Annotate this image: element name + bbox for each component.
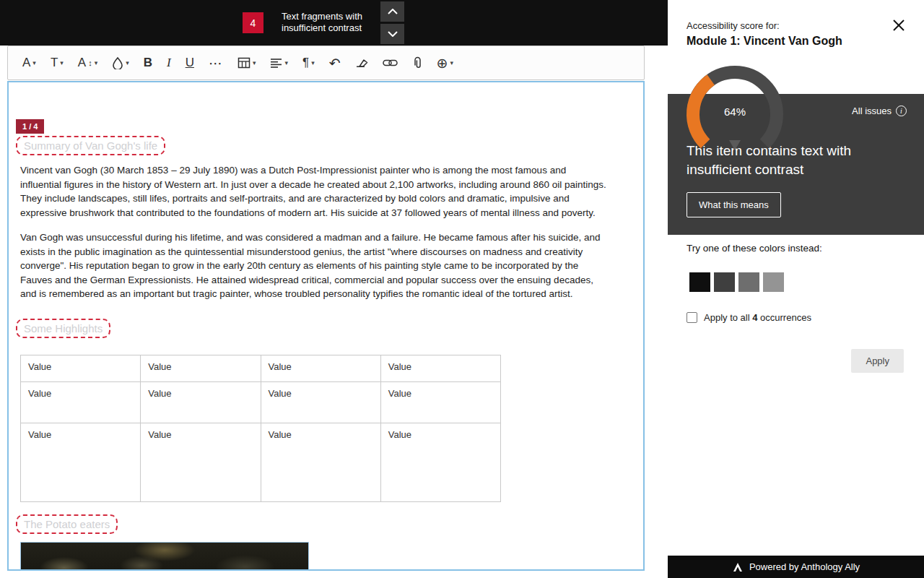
ally-accessibility-screen: 4 Text fragments with insufficient contr… (0, 0, 924, 578)
plus-circle-icon: ⊕ (437, 55, 448, 72)
clear-formatting-button[interactable] (349, 51, 374, 75)
paperclip-icon (412, 56, 422, 69)
close-panel-button[interactable] (890, 17, 907, 35)
align-button[interactable]: ▾ (264, 51, 294, 75)
table-cell[interactable]: Value (261, 423, 380, 502)
table-cell[interactable]: Value (380, 423, 500, 502)
chevron-down-icon: ▾ (126, 59, 129, 66)
all-issues-label: All issues (852, 105, 892, 116)
lowcontrast-heading-potato-eaters[interactable]: The Potato eaters (16, 514, 118, 534)
table-row: Value Value Value Value (21, 423, 501, 502)
chevron-down-icon: ▾ (284, 59, 288, 66)
color-swatch-1[interactable] (689, 272, 711, 293)
color-swatches (689, 272, 785, 293)
table-cell[interactable]: Value (261, 382, 380, 423)
font-color-button[interactable]: A ▾ (17, 51, 42, 75)
underline-icon: U (186, 56, 194, 70)
gauge-pointer-icon (729, 140, 741, 150)
try-colors-label: Try one of these colors instead: (687, 243, 822, 254)
chevron-down-icon: ▾ (253, 59, 256, 66)
ally-footer[interactable]: Powered by Anthology Ally (668, 556, 924, 578)
what-this-means-button[interactable]: What this means (687, 192, 781, 217)
color-swatch-4[interactable] (762, 272, 785, 293)
close-icon (892, 18, 906, 33)
paragraph-button[interactable]: ¶ ▾ (297, 51, 321, 75)
paint-drop-icon (112, 56, 123, 69)
anthology-logo-icon (732, 561, 744, 573)
score-value: 64% (684, 105, 785, 118)
next-issue-button[interactable] (380, 24, 404, 44)
link-icon (383, 59, 398, 67)
module-title: Module 1: Vincent Van Gogh (687, 35, 842, 48)
previous-issue-button[interactable] (380, 1, 404, 22)
ellipsis-icon: ⋯ (209, 55, 223, 72)
rich-text-editor-toolbar: A ▾ T ▾ A ↕ ▾ ▾ B I U ⋯ ▾ (7, 46, 645, 80)
table-icon (237, 57, 250, 69)
undo-arrow-icon: ↶ (329, 55, 341, 72)
chevron-up-icon (388, 9, 398, 14)
table-cell[interactable]: Value (21, 355, 141, 382)
chevron-down-icon: ▾ (95, 59, 98, 66)
paragraph-van-gogh-bio[interactable]: Vincent van Gogh (30 March 1853 – 29 Jul… (20, 163, 608, 220)
apply-button[interactable]: Apply (851, 349, 904, 373)
issue-position-badge: 1 / 4 (16, 119, 44, 134)
font-size-icon: A (78, 56, 86, 70)
highlight-color-button[interactable]: ▾ (106, 51, 135, 75)
font-size-button[interactable]: A ↕ ▾ (72, 51, 103, 75)
table-cell[interactable]: Value (141, 423, 261, 502)
lowcontrast-heading-highlights[interactable]: Some Highlights (16, 319, 110, 338)
italic-icon: I (167, 56, 171, 70)
table-row: Value Value Value Value (21, 355, 501, 382)
issue-banner-label: Text fragments with insufficient contras… (282, 11, 362, 34)
panel-title-label: Accessibility score for: (687, 20, 780, 31)
issue-banner-line1: Text fragments with (282, 11, 362, 22)
table-cell[interactable]: Value (21, 382, 141, 423)
table-cell[interactable]: Value (141, 382, 261, 423)
table-cell[interactable]: Value (141, 355, 261, 382)
ally-panel: Accessibility score for: Module 1: Vince… (668, 0, 924, 578)
color-swatch-2[interactable] (713, 272, 736, 293)
insert-content-button[interactable]: ⊕ ▾ (431, 51, 459, 75)
pilcrow-icon: ¶ (302, 56, 309, 70)
apply-all-checkbox[interactable] (687, 312, 697, 323)
content-table: Value Value Value Value Value Value Valu… (20, 355, 501, 502)
table-cell[interactable]: Value (380, 355, 500, 382)
more-formatting-button[interactable]: ⋯ (203, 51, 229, 75)
lowcontrast-heading-summary[interactable]: Summary of Van Gogh's life (16, 136, 165, 155)
italic-button[interactable]: I (161, 51, 177, 75)
align-left-icon (270, 58, 282, 68)
resize-arrows-icon: ↕ (88, 59, 92, 67)
attach-file-button[interactable] (406, 51, 428, 75)
issue-navigation (380, 1, 404, 44)
rich-text-editor-content[interactable]: 1 / 4 Summary of Van Gogh's life Vincent… (7, 81, 645, 571)
occurrence-count: 4 (752, 312, 757, 323)
apply-all-label: Apply to all 4 occurrences (704, 312, 811, 323)
chevron-down-icon (388, 31, 398, 37)
contrast-issues-banner: 4 Text fragments with insufficient contr… (0, 0, 668, 46)
info-icon: i (896, 105, 907, 116)
table-cell[interactable]: Value (380, 382, 500, 423)
bold-button[interactable]: B (138, 51, 158, 75)
paragraph-van-gogh-legacy[interactable]: Van Gogh was unsuccessful during his lif… (20, 230, 608, 301)
chevron-down-icon: ▾ (60, 59, 64, 66)
table-row: Value Value Value Value (21, 382, 501, 423)
insert-table-button[interactable]: ▾ (232, 51, 262, 75)
eraser-icon (355, 57, 368, 69)
all-issues-link[interactable]: All issues i (852, 105, 907, 116)
underline-button[interactable]: U (180, 51, 200, 75)
color-swatch-3[interactable] (738, 272, 760, 293)
table-cell[interactable]: Value (261, 355, 380, 382)
issue-count-badge: 4 (243, 12, 263, 33)
footer-label: Powered by Anthology Ally (749, 561, 860, 572)
table-cell[interactable]: Value (21, 423, 141, 502)
chevron-down-icon: ▾ (450, 59, 454, 66)
font-color-icon: A (22, 56, 30, 70)
potato-eaters-image[interactable] (20, 542, 309, 571)
chevron-down-icon: ▾ (32, 59, 36, 66)
text-style-button[interactable]: T ▾ (45, 51, 69, 75)
bold-icon: B (144, 56, 152, 70)
apply-all-row: Apply to all 4 occurrences (687, 312, 811, 323)
undo-button[interactable]: ↶ (323, 51, 346, 75)
text-style-icon: T (51, 56, 58, 70)
insert-link-button[interactable] (377, 51, 404, 75)
